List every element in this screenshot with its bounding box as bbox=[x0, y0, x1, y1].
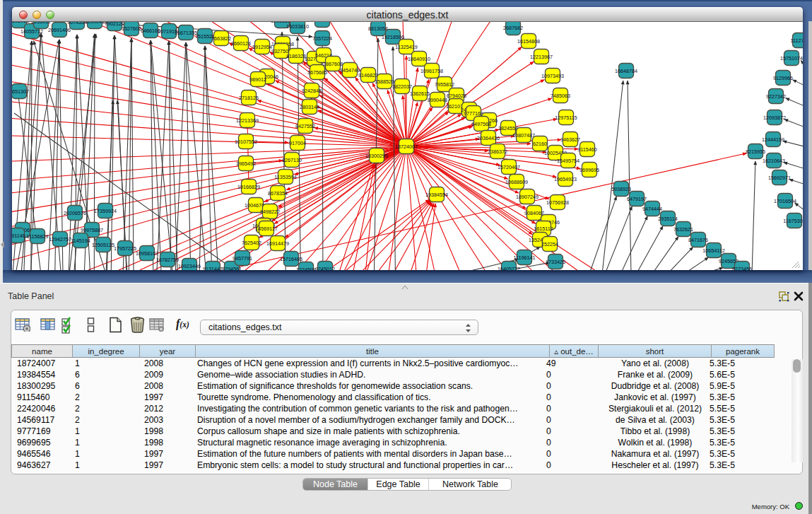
svg-text:10923446: 10923446 bbox=[178, 263, 201, 269]
svg-text:19166829: 19166829 bbox=[237, 184, 260, 190]
svg-text:12942757: 12942757 bbox=[49, 236, 71, 243]
svg-text:9146821: 9146821 bbox=[358, 72, 378, 78]
svg-text:2255011: 2255011 bbox=[31, 22, 50, 25]
svg-text:2687682: 2687682 bbox=[503, 25, 523, 31]
svg-text:7663822: 7663822 bbox=[211, 35, 231, 42]
svg-text:10654112: 10654112 bbox=[702, 247, 724, 254]
svg-text:18724007: 18724007 bbox=[395, 144, 418, 150]
svg-text:17957225: 17957225 bbox=[114, 245, 136, 252]
svg-text:10107552: 10107552 bbox=[235, 139, 257, 145]
svg-text:9084067: 9084067 bbox=[524, 210, 544, 216]
svg-text:917004: 917004 bbox=[289, 140, 306, 146]
svg-text:17016504: 17016504 bbox=[774, 198, 796, 204]
svg-text:10807487: 10807487 bbox=[512, 132, 535, 139]
svg-text:16671355: 16671355 bbox=[175, 30, 197, 36]
svg-text:3675685: 3675685 bbox=[307, 69, 327, 76]
svg-text:8990448: 8990448 bbox=[428, 97, 447, 103]
svg-text:1605063: 1605063 bbox=[12, 22, 29, 24]
svg-text:15692971: 15692971 bbox=[768, 175, 791, 181]
svg-text:16648784: 16648784 bbox=[615, 68, 637, 74]
svg-text:2718126: 2718126 bbox=[239, 95, 259, 101]
svg-text:11353594: 11353594 bbox=[274, 174, 296, 180]
svg-text:7485063: 7485063 bbox=[551, 93, 570, 99]
svg-text:10756928: 10756928 bbox=[546, 199, 569, 206]
svg-text:5938923: 5938923 bbox=[611, 186, 631, 192]
svg-text:15720407: 15720407 bbox=[498, 164, 520, 170]
svg-text:99975887: 99975887 bbox=[81, 227, 103, 233]
svg-text:3824554: 3824554 bbox=[498, 125, 518, 132]
svg-text:9457791: 9457791 bbox=[233, 255, 252, 262]
svg-text:8678354: 8678354 bbox=[268, 190, 288, 197]
svg-text:9498222: 9498222 bbox=[260, 209, 280, 215]
svg-text:16782759: 16782759 bbox=[156, 257, 179, 263]
svg-text:16914479: 16914479 bbox=[266, 240, 289, 247]
svg-text:15716485: 15716485 bbox=[280, 256, 302, 262]
svg-text:9115460: 9115460 bbox=[577, 146, 596, 153]
svg-text:18640910: 18640910 bbox=[408, 56, 430, 62]
svg-text:12975115: 12975115 bbox=[555, 115, 577, 121]
svg-text:9463627: 9463627 bbox=[560, 136, 580, 143]
svg-text:10958107: 10958107 bbox=[136, 250, 158, 257]
svg-text:1145194: 1145194 bbox=[71, 238, 90, 244]
svg-text:8912954: 8912954 bbox=[252, 44, 272, 50]
svg-text:989012: 989012 bbox=[249, 76, 266, 83]
svg-text:62160: 62160 bbox=[533, 141, 547, 147]
svg-text:8813054: 8813054 bbox=[368, 25, 388, 32]
svg-text:1190041: 1190041 bbox=[85, 22, 104, 25]
svg-text:8471676: 8471676 bbox=[688, 237, 708, 243]
svg-text:12213967: 12213967 bbox=[530, 54, 553, 60]
svg-text:1527602: 1527602 bbox=[122, 25, 141, 32]
svg-text:20364436: 20364436 bbox=[477, 135, 500, 141]
svg-text:19218506: 19218506 bbox=[382, 34, 404, 40]
svg-text:6479197: 6479197 bbox=[627, 196, 647, 202]
svg-text:6497568: 6497568 bbox=[471, 121, 491, 127]
svg-text:2867608: 2867608 bbox=[323, 61, 343, 67]
svg-text:8660124: 8660124 bbox=[231, 40, 251, 47]
svg-text:8912007: 8912007 bbox=[312, 22, 332, 23]
svg-text:1588520: 1588520 bbox=[375, 78, 394, 85]
svg-text:12505135: 12505135 bbox=[92, 242, 114, 248]
svg-text:11156829: 11156829 bbox=[27, 233, 49, 240]
svg-text:1615112: 1615112 bbox=[534, 226, 553, 232]
svg-text:12444159: 12444159 bbox=[762, 136, 784, 143]
svg-text:14569117: 14569117 bbox=[255, 226, 277, 232]
svg-text:7357224: 7357224 bbox=[312, 35, 332, 42]
svg-text:9074554: 9074554 bbox=[67, 22, 87, 25]
svg-text:9245012: 9245012 bbox=[315, 266, 335, 270]
svg-text:10961758: 10961758 bbox=[420, 68, 443, 74]
svg-text:9474444: 9474444 bbox=[642, 206, 662, 212]
svg-text:11196141: 11196141 bbox=[514, 255, 536, 261]
svg-text:7632621: 7632621 bbox=[673, 226, 693, 233]
svg-text:16033810: 16033810 bbox=[286, 23, 309, 30]
svg-text:1362615: 1362615 bbox=[410, 90, 430, 97]
svg-text:18907249: 18907249 bbox=[516, 194, 539, 200]
svg-text:391146: 391146 bbox=[12, 233, 25, 239]
svg-text:1733426: 1733426 bbox=[546, 259, 565, 265]
svg-text:8215955: 8215955 bbox=[746, 148, 765, 155]
svg-text:3822037: 3822037 bbox=[392, 83, 412, 90]
svg-text:2803144: 2803144 bbox=[300, 104, 319, 110]
svg-text:8186328: 8186328 bbox=[286, 53, 306, 59]
svg-text:19384554: 19384554 bbox=[425, 192, 448, 198]
svg-text:9777169: 9777169 bbox=[464, 110, 483, 117]
svg-text:19654923: 19654923 bbox=[554, 176, 577, 182]
svg-text:8267130: 8267130 bbox=[282, 157, 302, 163]
svg-text:17359924: 17359924 bbox=[94, 208, 117, 214]
svg-text:252254: 252254 bbox=[541, 241, 558, 247]
svg-text:18300295: 18300295 bbox=[365, 153, 388, 159]
svg-text:2935114: 2935114 bbox=[658, 216, 677, 222]
svg-text:16210643: 16210643 bbox=[763, 158, 785, 164]
svg-text:20206576: 20206576 bbox=[64, 210, 86, 216]
svg-text:9242848: 9242848 bbox=[302, 88, 322, 94]
svg-text:11325419: 11325419 bbox=[395, 44, 417, 50]
svg-text:15751074: 15751074 bbox=[780, 55, 803, 62]
svg-text:7386372: 7386372 bbox=[488, 148, 507, 155]
svg-text:9227342: 9227342 bbox=[766, 93, 786, 100]
svg-text:12093872: 12093872 bbox=[763, 115, 786, 121]
svg-text:8273456: 8273456 bbox=[732, 266, 752, 270]
svg-text:1651307: 1651307 bbox=[12, 88, 29, 95]
svg-text:11675301: 11675301 bbox=[783, 218, 803, 224]
svg-text:9699695: 9699695 bbox=[579, 167, 599, 173]
svg-text:16405772: 16405772 bbox=[498, 266, 520, 270]
svg-text:20691406: 20691406 bbox=[48, 27, 71, 33]
